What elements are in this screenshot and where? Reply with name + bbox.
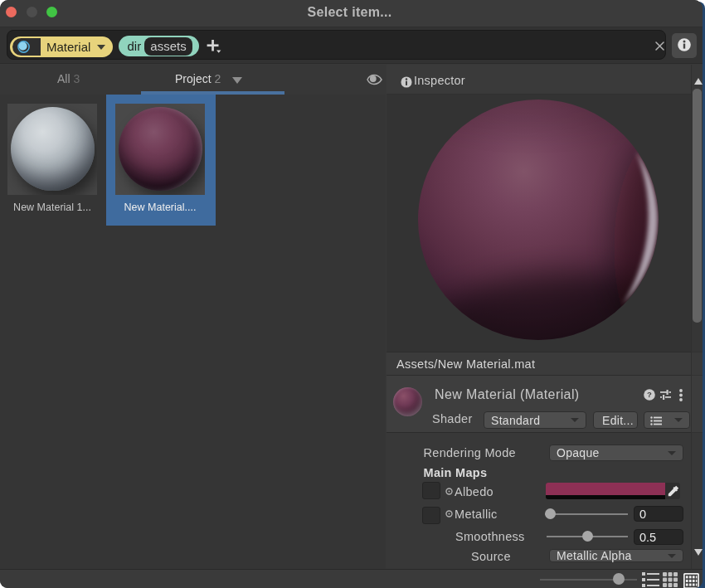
svg-text:?: ? bbox=[647, 390, 652, 399]
